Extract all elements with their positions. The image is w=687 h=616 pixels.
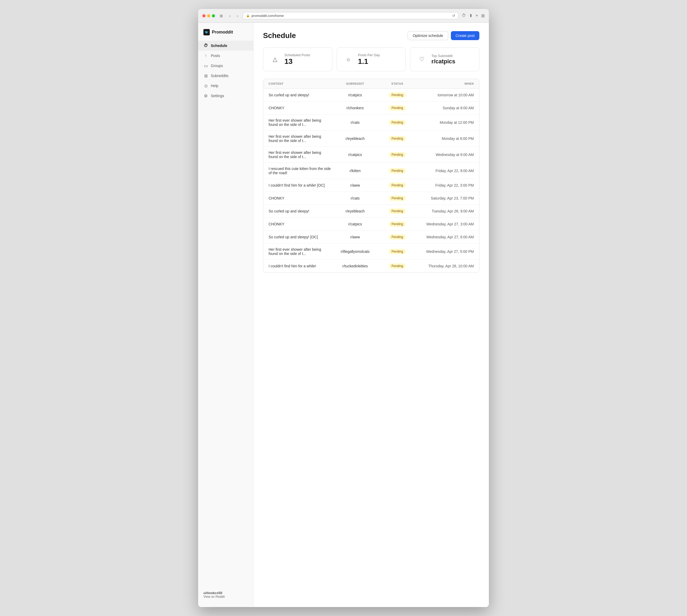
table-row[interactable]: I rescued this cute kitten from the side…	[263, 163, 479, 179]
sidebar-footer: u/itookcs50 View on Reddit	[198, 587, 253, 603]
sidebar-item-label: Posts	[211, 53, 220, 58]
row-when: Monday at 12:00 PM	[416, 120, 474, 125]
main-content: Schedule Optimize schedule Create post △…	[254, 23, 489, 607]
sidebar-toggle-button[interactable]: ⊞	[218, 13, 225, 19]
traffic-lights	[202, 14, 215, 17]
app-layout: 🐦 Promoddit ⏱ Schedule ↑ Posts ▭ Groups …	[198, 23, 489, 607]
row-status: Pending	[379, 92, 416, 98]
help-icon: ⊙	[203, 83, 208, 88]
refresh-icon[interactable]: ↺	[452, 14, 455, 18]
row-when: Wednesday, Apr 27, 3:00 AM	[416, 222, 474, 226]
sidebar-item-help[interactable]: ⊙ Help	[198, 81, 253, 91]
table-body: So curled up and sleepy! r/catpics Pendi…	[263, 89, 479, 272]
sidebar-item-groups[interactable]: ▭ Groups	[198, 61, 253, 71]
table-row[interactable]: I couldn't find him for a while! r/tucke…	[263, 260, 479, 272]
row-status: Pending	[379, 196, 416, 201]
row-content: CHONKY	[269, 222, 331, 226]
row-content: I couldn't find him for a while! [OC]	[269, 183, 331, 188]
page-title: Schedule	[263, 31, 296, 40]
forward-button[interactable]: ›	[235, 13, 240, 19]
timer-icon[interactable]: ⏱	[462, 13, 466, 18]
add-tab-icon[interactable]: +	[476, 13, 478, 18]
row-when: Saturday, Apr 23, 7:00 PM	[416, 196, 474, 200]
table-row[interactable]: Her first ever shower after being found …	[263, 114, 479, 131]
status-badge: Pending	[389, 183, 406, 188]
table-row[interactable]: Her first ever shower after being found …	[263, 244, 479, 260]
row-content: I couldn't find him for a while!	[269, 264, 331, 268]
status-badge: Pending	[389, 152, 406, 157]
table-row[interactable]: CHONKY r/cats Pending Saturday, Apr 23, …	[263, 192, 479, 205]
table-row[interactable]: So curled up and sleepy! r/eyebleach Pen…	[263, 205, 479, 218]
minimize-button[interactable]	[207, 14, 210, 17]
sidebar-item-posts[interactable]: ↑ Posts	[198, 51, 253, 61]
row-status: Pending	[379, 105, 416, 111]
grid-icon[interactable]: ⊞	[481, 13, 485, 18]
browser-window: ⊞ ‹ › 🔒 promoddit.com/home ↺ ⏱ ⬆ + ⊞ 🐦 P…	[198, 9, 489, 607]
stat-info-top-subreddit: Top Subreddit r/catpics	[431, 54, 455, 65]
app-name: Promoddit	[212, 30, 233, 35]
row-subreddit: r/catpics	[331, 222, 379, 226]
stat-card-posts-per-day: ☼ Posts Per Day 1.1	[337, 47, 406, 71]
row-content: Her first ever shower after being found …	[269, 134, 331, 143]
row-content: CHONKY	[269, 106, 331, 110]
table-row[interactable]: So curled up and sleepy! [OC] r/aww Pend…	[263, 231, 479, 244]
browser-chrome: ⊞ ‹ › 🔒 promoddit.com/home ↺ ⏱ ⬆ + ⊞	[198, 9, 489, 23]
sidebar-item-schedule[interactable]: ⏱ Schedule	[198, 41, 253, 51]
status-badge: Pending	[389, 92, 406, 98]
table-row[interactable]: CHONKY r/catpics Pending Wednesday, Apr …	[263, 218, 479, 231]
row-subreddit: r/eyebleach	[331, 209, 379, 213]
status-badge: Pending	[389, 105, 406, 111]
row-when: Tuesday, Apr 26, 9:00 AM	[416, 209, 474, 213]
schedule-icon: ⏱	[203, 43, 208, 48]
row-status: Pending	[379, 152, 416, 157]
close-button[interactable]	[202, 14, 206, 17]
row-when: Thursday, Apr 28, 10:00 AM	[416, 264, 474, 268]
optimize-schedule-button[interactable]: Optimize schedule	[408, 31, 448, 40]
stat-value: 1.1	[358, 58, 380, 66]
address-bar[interactable]: 🔒 promoddit.com/home ↺	[243, 12, 458, 19]
create-post-button[interactable]: Create post	[451, 31, 479, 40]
posts-table: CONTENT SUBREDDIT STATUS WHEN So curled …	[263, 79, 479, 273]
sidebar-item-settings[interactable]: ⚙ Settings	[198, 91, 253, 101]
column-header-subreddit: SUBREDDIT	[331, 82, 379, 85]
url-text: promoddit.com/home	[251, 14, 283, 18]
row-subreddit: r/catpics	[331, 93, 379, 97]
status-badge: Pending	[389, 234, 406, 240]
row-status: Pending	[379, 136, 416, 141]
row-status: Pending	[379, 168, 416, 173]
logo: 🐦 Promoddit	[198, 27, 253, 41]
row-content: Her first ever shower after being found …	[269, 247, 331, 256]
status-badge: Pending	[389, 168, 406, 173]
row-content: So curled up and sleepy!	[269, 209, 331, 213]
table-row[interactable]: Her first ever shower after being found …	[263, 131, 479, 147]
table-row[interactable]: I couldn't find him for a while! [OC] r/…	[263, 179, 479, 192]
sidebar-item-subreddits[interactable]: ⊞ Subreddits	[198, 71, 253, 81]
row-subreddit: r/aww	[331, 235, 379, 239]
row-status: Pending	[379, 183, 416, 188]
row-content: So curled up and sleepy!	[269, 93, 331, 97]
row-content: Her first ever shower after being found …	[269, 118, 331, 127]
stat-value: r/catpics	[431, 58, 455, 65]
table-row[interactable]: CHONKY r/chonkers Pending Sunday at 8:00…	[263, 102, 479, 114]
back-button[interactable]: ‹	[228, 13, 232, 19]
status-badge: Pending	[389, 208, 406, 214]
table-header: CONTENT SUBREDDIT STATUS WHEN	[263, 79, 479, 89]
stats-row: △ Scheduled Posts 13 ☼ Posts Per Day 1.1…	[263, 47, 479, 71]
table-row[interactable]: So curled up and sleepy! r/catpics Pendi…	[263, 89, 479, 102]
row-content: I rescued this cute kitten from the side…	[269, 167, 331, 175]
stat-card-top-subreddit: ♡ Top Subreddit r/catpics	[410, 47, 479, 71]
row-when: Wednesday at 6:00 AM	[416, 153, 474, 157]
fullscreen-button[interactable]	[212, 14, 215, 17]
status-badge: Pending	[389, 221, 406, 227]
column-header-status: STATUS	[379, 82, 416, 85]
view-on-reddit-link[interactable]: View on Reddit	[203, 595, 248, 599]
sidebar: 🐦 Promoddit ⏱ Schedule ↑ Posts ▭ Groups …	[198, 23, 254, 607]
table-row[interactable]: Her first ever shower after being found …	[263, 147, 479, 163]
row-subreddit: r/illegallysmolcats	[331, 249, 379, 254]
sidebar-item-label: Settings	[211, 94, 224, 98]
row-subreddit: r/kitten	[331, 169, 379, 173]
row-subreddit: r/chonkers	[331, 106, 379, 110]
stat-value: 13	[284, 58, 310, 66]
share-icon[interactable]: ⬆	[469, 13, 473, 18]
row-status: Pending	[379, 120, 416, 125]
